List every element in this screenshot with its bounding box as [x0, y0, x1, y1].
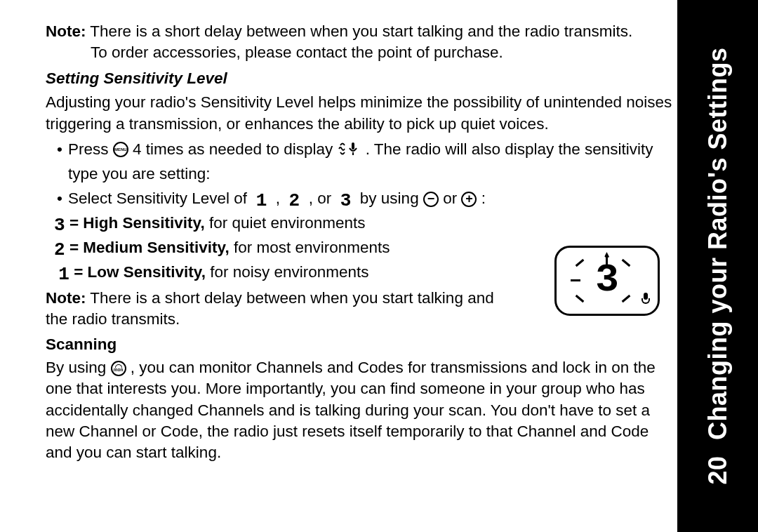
digit-2-icon: 2: [289, 192, 300, 210]
sidebar-label: 20 Changing your Radio's Settings: [703, 47, 733, 484]
body-text: Note: There is a short delay between whe…: [46, 21, 677, 464]
note-1: Note: There is a short delay between whe…: [46, 21, 677, 64]
digit-1-icon: 1: [256, 192, 267, 210]
step-press-menu: Press 4 times as needed to display . The…: [57, 139, 677, 185]
wave-mic-icon: [338, 140, 361, 164]
digit-2-icon: 2: [54, 241, 65, 259]
sidebar: 20 Changing your Radio's Settings: [677, 0, 758, 532]
note-line2: To order accessories, please contact the…: [46, 42, 677, 63]
step-select-level: Select Sensitivity Level of 1 , 2 , or 3…: [57, 188, 677, 210]
mon-button-icon: [111, 361, 126, 376]
scanning-body: By using , you can monitor Channels and …: [46, 357, 677, 464]
digit-3-icon: 3: [54, 216, 65, 234]
manual-page: Note: There is a short delay between whe…: [0, 0, 758, 532]
menu-button-icon: [113, 142, 128, 157]
heading-sensitivity: Setting Sensitivity Level: [46, 68, 677, 89]
display-value: 3: [595, 260, 619, 300]
note-2: Note: There is a short delay between whe…: [46, 288, 502, 331]
def-low: 1 = Low Sensitivity, for noisy environme…: [54, 262, 510, 284]
def-medium: 2 = Medium Sensitivity, for most environ…: [54, 237, 510, 259]
digit-3-icon: 3: [340, 192, 352, 210]
plus-button-icon: +: [461, 192, 477, 207]
def-high: 3 = High Sensitivity, for quiet environm…: [54, 213, 510, 234]
mic-icon: [644, 290, 648, 302]
svg-rect-0: [352, 142, 354, 149]
page-number: 20: [703, 456, 732, 485]
sensitivity-steps: Press 4 times as needed to display . The…: [57, 139, 677, 210]
note-label: Note:: [46, 22, 86, 40]
digit-1-icon: 1: [58, 265, 69, 284]
note-line1: There is a short delay between when you …: [90, 22, 632, 40]
sidebar-title: Changing your Radio's Settings: [703, 47, 732, 440]
minus-button-icon: −: [423, 192, 439, 207]
radio-display-illustration: 3: [554, 246, 660, 316]
note-label: Note:: [46, 289, 86, 307]
sensitivity-definitions: 3 = High Sensitivity, for quiet environm…: [54, 213, 510, 284]
heading-scanning: Scanning: [46, 334, 677, 355]
sensitivity-intro: Adjusting your radio's Sensitivity Level…: [46, 92, 677, 135]
